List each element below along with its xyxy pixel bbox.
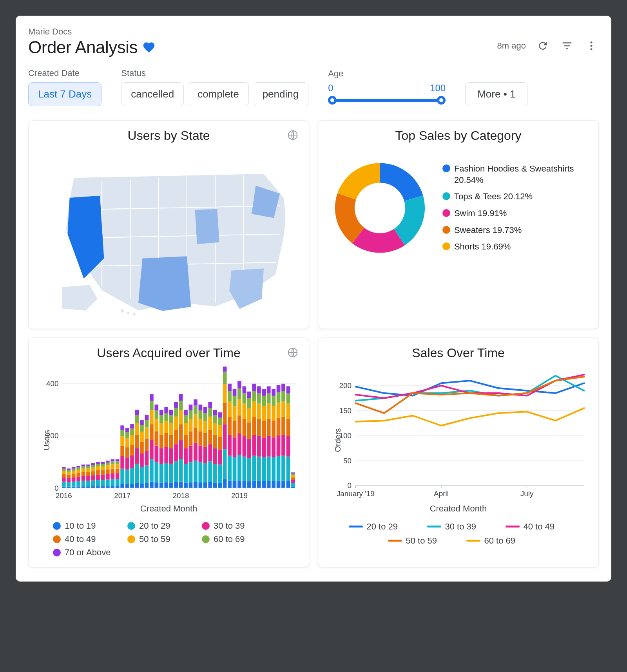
svg-rect-210 (189, 410, 193, 419)
legend-item: 40 to 49 (506, 522, 568, 532)
svg-rect-57 (82, 464, 85, 466)
x-axis-label: Created Month (37, 504, 300, 514)
age-slider[interactable]: 0 100 (328, 83, 446, 106)
svg-rect-356 (291, 475, 295, 477)
svg-rect-171 (164, 463, 168, 482)
svg-rect-217 (194, 405, 198, 414)
svg-rect-62 (86, 468, 90, 472)
svg-rect-279 (237, 399, 241, 415)
svg-rect-263 (228, 435, 232, 455)
svg-rect-187 (174, 429, 178, 444)
svg-rect-86 (106, 486, 110, 488)
svg-rect-65 (91, 486, 95, 488)
chip-cancelled[interactable]: cancelled (121, 82, 184, 106)
svg-text:150: 150 (339, 406, 351, 414)
card-sales-over-time: Sales Over Time Orders 050100150200Janua… (318, 338, 599, 567)
svg-rect-343 (281, 391, 285, 401)
svg-rect-167 (159, 423, 163, 435)
svg-rect-333 (277, 435, 281, 456)
svg-rect-320 (267, 419, 271, 436)
svg-rect-335 (277, 402, 281, 417)
svg-rect-131 (135, 435, 139, 448)
svg-rect-338 (281, 481, 285, 488)
svg-rect-113 (120, 425, 124, 430)
globe-icon[interactable] (287, 347, 299, 358)
svg-rect-81 (101, 475, 105, 480)
svg-rect-302 (252, 383, 256, 391)
svg-rect-275 (237, 481, 241, 488)
filter-status: Status cancelled complete pending (121, 68, 308, 106)
filter-icon[interactable] (560, 38, 574, 53)
svg-rect-357 (291, 473, 295, 475)
svg-rect-215 (194, 428, 198, 443)
svg-rect-101 (116, 479, 120, 486)
svg-rect-114 (125, 484, 129, 488)
svg-rect-44 (76, 486, 80, 488)
svg-rect-88 (106, 474, 110, 479)
svg-rect-150 (150, 459, 154, 482)
svg-rect-271 (233, 421, 237, 437)
globe-icon[interactable] (287, 129, 299, 141)
svg-rect-172 (164, 447, 168, 463)
svg-rect-136 (140, 467, 144, 483)
svg-rect-28 (62, 468, 66, 470)
svg-rect-353 (291, 483, 295, 487)
svg-rect-276 (237, 455, 241, 481)
svg-rect-23 (62, 486, 66, 488)
legend-item: 30 to 39 (427, 522, 490, 532)
slider-handle-min[interactable] (328, 96, 337, 105)
x-axis-label: Created Month (327, 504, 590, 514)
svg-rect-111 (120, 436, 124, 445)
chip-last-7-days[interactable]: Last 7 Days (28, 82, 101, 106)
svg-rect-336 (277, 392, 281, 402)
svg-rect-84 (101, 464, 105, 466)
svg-rect-133 (135, 415, 139, 423)
svg-rect-175 (164, 413, 168, 421)
svg-rect-247 (218, 482, 222, 488)
svg-point-6 (133, 313, 136, 316)
svg-rect-231 (203, 413, 207, 421)
svg-rect-233 (208, 482, 212, 488)
svg-rect-260 (223, 367, 227, 372)
svg-rect-298 (252, 435, 256, 455)
svg-rect-79 (101, 486, 105, 488)
svg-rect-109 (120, 456, 124, 468)
svg-rect-294 (247, 398, 251, 408)
svg-rect-147 (145, 420, 149, 427)
chip-complete[interactable]: complete (188, 82, 249, 106)
svg-text:January '19: January '19 (337, 490, 375, 498)
svg-rect-73 (96, 480, 100, 486)
svg-rect-143 (145, 465, 149, 483)
card-grid: Users by State (28, 120, 599, 567)
svg-rect-345 (286, 481, 290, 488)
refresh-icon[interactable] (535, 38, 550, 53)
svg-rect-71 (91, 463, 95, 465)
more-filters-button[interactable]: More • 1 (465, 82, 527, 106)
legend-item: 50 to 59 (127, 534, 190, 544)
donut-legend: Fashion Hoodies & Sweatshirts 20.54% Top… (442, 163, 590, 253)
svg-rect-237 (208, 416, 212, 429)
svg-rect-288 (243, 386, 246, 393)
svg-rect-224 (199, 410, 203, 419)
svg-rect-94 (111, 479, 114, 486)
svg-rect-157 (154, 462, 158, 482)
svg-rect-30 (67, 486, 71, 488)
more-vert-icon[interactable] (584, 38, 599, 53)
svg-rect-46 (76, 477, 80, 481)
svg-rect-117 (125, 447, 129, 457)
svg-text:400: 400 (46, 379, 58, 388)
svg-rect-80 (101, 480, 105, 486)
breadcrumb[interactable]: Marie Docs (28, 27, 156, 37)
svg-rect-127 (130, 424, 134, 428)
svg-rect-145 (145, 438, 149, 451)
svg-rect-181 (169, 423, 173, 435)
favorite-icon[interactable] (142, 41, 156, 54)
svg-rect-355 (291, 477, 295, 480)
svg-rect-134 (135, 410, 139, 415)
svg-rect-180 (169, 435, 173, 448)
svg-rect-48 (76, 470, 80, 473)
slider-handle-max[interactable] (437, 96, 446, 105)
svg-rect-119 (125, 432, 129, 438)
chip-pending[interactable]: pending (253, 82, 309, 106)
svg-rect-223 (199, 419, 203, 431)
